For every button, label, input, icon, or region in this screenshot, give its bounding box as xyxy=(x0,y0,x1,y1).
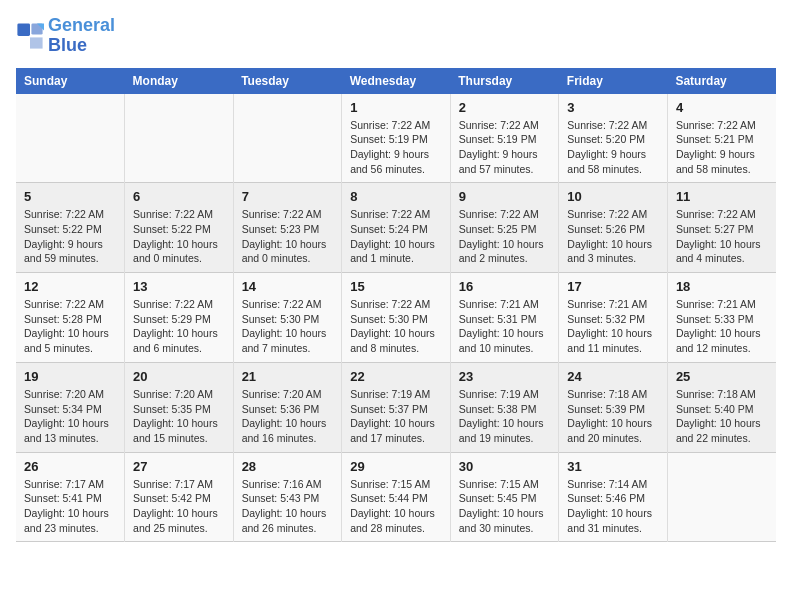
weekday-header-saturday: Saturday xyxy=(667,68,776,94)
day-cell-21: 21Sunrise: 7:20 AM Sunset: 5:36 PM Dayli… xyxy=(233,362,342,452)
svg-rect-0 xyxy=(17,23,30,36)
week-row-5: 26Sunrise: 7:17 AM Sunset: 5:41 PM Dayli… xyxy=(16,452,776,542)
day-cell-3: 3Sunrise: 7:22 AM Sunset: 5:20 PM Daylig… xyxy=(559,94,668,183)
day-number: 4 xyxy=(676,100,768,115)
day-info: Sunrise: 7:22 AM Sunset: 5:22 PM Dayligh… xyxy=(24,207,116,266)
day-info: Sunrise: 7:16 AM Sunset: 5:43 PM Dayligh… xyxy=(242,477,334,536)
day-info: Sunrise: 7:21 AM Sunset: 5:32 PM Dayligh… xyxy=(567,297,659,356)
day-info: Sunrise: 7:22 AM Sunset: 5:28 PM Dayligh… xyxy=(24,297,116,356)
day-cell-4: 4Sunrise: 7:22 AM Sunset: 5:21 PM Daylig… xyxy=(667,94,776,183)
day-cell-26: 26Sunrise: 7:17 AM Sunset: 5:41 PM Dayli… xyxy=(16,452,125,542)
day-info: Sunrise: 7:15 AM Sunset: 5:45 PM Dayligh… xyxy=(459,477,551,536)
day-cell-14: 14Sunrise: 7:22 AM Sunset: 5:30 PM Dayli… xyxy=(233,273,342,363)
day-cell-9: 9Sunrise: 7:22 AM Sunset: 5:25 PM Daylig… xyxy=(450,183,559,273)
weekday-row: SundayMondayTuesdayWednesdayThursdayFrid… xyxy=(16,68,776,94)
day-number: 25 xyxy=(676,369,768,384)
day-cell-31: 31Sunrise: 7:14 AM Sunset: 5:46 PM Dayli… xyxy=(559,452,668,542)
day-cell-8: 8Sunrise: 7:22 AM Sunset: 5:24 PM Daylig… xyxy=(342,183,451,273)
day-info: Sunrise: 7:21 AM Sunset: 5:31 PM Dayligh… xyxy=(459,297,551,356)
day-cell-1: 1Sunrise: 7:22 AM Sunset: 5:19 PM Daylig… xyxy=(342,94,451,183)
day-number: 28 xyxy=(242,459,334,474)
calendar-body: 1Sunrise: 7:22 AM Sunset: 5:19 PM Daylig… xyxy=(16,94,776,542)
day-number: 22 xyxy=(350,369,442,384)
day-number: 11 xyxy=(676,189,768,204)
day-info: Sunrise: 7:18 AM Sunset: 5:39 PM Dayligh… xyxy=(567,387,659,446)
day-number: 29 xyxy=(350,459,442,474)
day-cell-7: 7Sunrise: 7:22 AM Sunset: 5:23 PM Daylig… xyxy=(233,183,342,273)
weekday-header-monday: Monday xyxy=(125,68,234,94)
day-cell-22: 22Sunrise: 7:19 AM Sunset: 5:37 PM Dayli… xyxy=(342,362,451,452)
day-info: Sunrise: 7:22 AM Sunset: 5:29 PM Dayligh… xyxy=(133,297,225,356)
svg-marker-2 xyxy=(30,37,43,48)
day-info: Sunrise: 7:17 AM Sunset: 5:42 PM Dayligh… xyxy=(133,477,225,536)
day-number: 1 xyxy=(350,100,442,115)
day-info: Sunrise: 7:22 AM Sunset: 5:23 PM Dayligh… xyxy=(242,207,334,266)
day-info: Sunrise: 7:19 AM Sunset: 5:37 PM Dayligh… xyxy=(350,387,442,446)
day-number: 15 xyxy=(350,279,442,294)
day-cell-12: 12Sunrise: 7:22 AM Sunset: 5:28 PM Dayli… xyxy=(16,273,125,363)
page-header: GeneralBlue xyxy=(16,16,776,56)
day-cell-23: 23Sunrise: 7:19 AM Sunset: 5:38 PM Dayli… xyxy=(450,362,559,452)
week-row-3: 12Sunrise: 7:22 AM Sunset: 5:28 PM Dayli… xyxy=(16,273,776,363)
weekday-header-sunday: Sunday xyxy=(16,68,125,94)
calendar-table: SundayMondayTuesdayWednesdayThursdayFrid… xyxy=(16,68,776,543)
day-cell-5: 5Sunrise: 7:22 AM Sunset: 5:22 PM Daylig… xyxy=(16,183,125,273)
day-number: 3 xyxy=(567,100,659,115)
day-cell-18: 18Sunrise: 7:21 AM Sunset: 5:33 PM Dayli… xyxy=(667,273,776,363)
day-cell-30: 30Sunrise: 7:15 AM Sunset: 5:45 PM Dayli… xyxy=(450,452,559,542)
day-number: 31 xyxy=(567,459,659,474)
day-info: Sunrise: 7:19 AM Sunset: 5:38 PM Dayligh… xyxy=(459,387,551,446)
day-cell-24: 24Sunrise: 7:18 AM Sunset: 5:39 PM Dayli… xyxy=(559,362,668,452)
day-cell-2: 2Sunrise: 7:22 AM Sunset: 5:19 PM Daylig… xyxy=(450,94,559,183)
day-cell-17: 17Sunrise: 7:21 AM Sunset: 5:32 PM Dayli… xyxy=(559,273,668,363)
day-number: 14 xyxy=(242,279,334,294)
day-number: 6 xyxy=(133,189,225,204)
logo-text: GeneralBlue xyxy=(48,16,115,56)
day-number: 18 xyxy=(676,279,768,294)
day-number: 8 xyxy=(350,189,442,204)
empty-cell xyxy=(233,94,342,183)
day-number: 24 xyxy=(567,369,659,384)
day-info: Sunrise: 7:22 AM Sunset: 5:26 PM Dayligh… xyxy=(567,207,659,266)
day-number: 17 xyxy=(567,279,659,294)
day-number: 7 xyxy=(242,189,334,204)
day-cell-10: 10Sunrise: 7:22 AM Sunset: 5:26 PM Dayli… xyxy=(559,183,668,273)
day-cell-11: 11Sunrise: 7:22 AM Sunset: 5:27 PM Dayli… xyxy=(667,183,776,273)
day-cell-25: 25Sunrise: 7:18 AM Sunset: 5:40 PM Dayli… xyxy=(667,362,776,452)
day-number: 27 xyxy=(133,459,225,474)
day-info: Sunrise: 7:18 AM Sunset: 5:40 PM Dayligh… xyxy=(676,387,768,446)
day-info: Sunrise: 7:22 AM Sunset: 5:27 PM Dayligh… xyxy=(676,207,768,266)
day-cell-16: 16Sunrise: 7:21 AM Sunset: 5:31 PM Dayli… xyxy=(450,273,559,363)
day-info: Sunrise: 7:22 AM Sunset: 5:30 PM Dayligh… xyxy=(242,297,334,356)
day-number: 20 xyxy=(133,369,225,384)
calendar-header: SundayMondayTuesdayWednesdayThursdayFrid… xyxy=(16,68,776,94)
day-cell-28: 28Sunrise: 7:16 AM Sunset: 5:43 PM Dayli… xyxy=(233,452,342,542)
day-number: 9 xyxy=(459,189,551,204)
day-number: 5 xyxy=(24,189,116,204)
week-row-2: 5Sunrise: 7:22 AM Sunset: 5:22 PM Daylig… xyxy=(16,183,776,273)
day-info: Sunrise: 7:22 AM Sunset: 5:22 PM Dayligh… xyxy=(133,207,225,266)
day-number: 30 xyxy=(459,459,551,474)
day-number: 10 xyxy=(567,189,659,204)
day-number: 26 xyxy=(24,459,116,474)
day-number: 2 xyxy=(459,100,551,115)
day-cell-29: 29Sunrise: 7:15 AM Sunset: 5:44 PM Dayli… xyxy=(342,452,451,542)
logo: GeneralBlue xyxy=(16,16,115,56)
empty-cell xyxy=(667,452,776,542)
weekday-header-thursday: Thursday xyxy=(450,68,559,94)
day-info: Sunrise: 7:17 AM Sunset: 5:41 PM Dayligh… xyxy=(24,477,116,536)
day-cell-15: 15Sunrise: 7:22 AM Sunset: 5:30 PM Dayli… xyxy=(342,273,451,363)
empty-cell xyxy=(16,94,125,183)
day-info: Sunrise: 7:20 AM Sunset: 5:35 PM Dayligh… xyxy=(133,387,225,446)
day-number: 19 xyxy=(24,369,116,384)
day-number: 23 xyxy=(459,369,551,384)
day-number: 12 xyxy=(24,279,116,294)
logo-icon xyxy=(16,22,44,50)
day-cell-6: 6Sunrise: 7:22 AM Sunset: 5:22 PM Daylig… xyxy=(125,183,234,273)
day-number: 16 xyxy=(459,279,551,294)
day-info: Sunrise: 7:22 AM Sunset: 5:21 PM Dayligh… xyxy=(676,118,768,177)
day-info: Sunrise: 7:22 AM Sunset: 5:30 PM Dayligh… xyxy=(350,297,442,356)
empty-cell xyxy=(125,94,234,183)
weekday-header-friday: Friday xyxy=(559,68,668,94)
day-info: Sunrise: 7:15 AM Sunset: 5:44 PM Dayligh… xyxy=(350,477,442,536)
